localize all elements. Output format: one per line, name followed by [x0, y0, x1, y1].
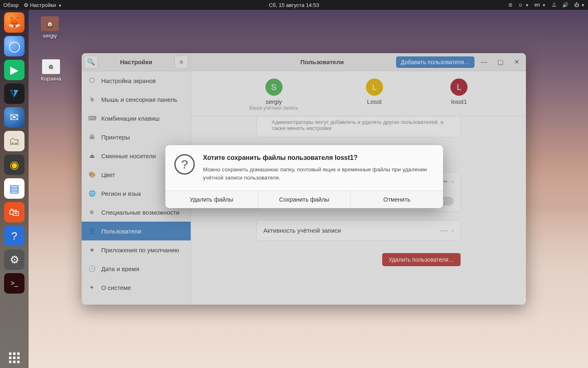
- about-icon: ✦: [88, 284, 96, 291]
- user-chip-Losst[interactable]: LLosst: [366, 79, 383, 111]
- sidebar-item-label: Цвет: [101, 171, 115, 178]
- activities-button[interactable]: Обзор: [3, 2, 19, 8]
- dialog-title: Хотите сохранить файлы пользователя loss…: [203, 154, 432, 162]
- activity-group: Активность учётной записи — ›: [256, 220, 461, 241]
- maximize-button[interactable]: ▢: [493, 56, 507, 69]
- users-icon: 👤: [88, 228, 96, 234]
- color-icon: 🎨: [88, 171, 96, 178]
- region-icon: 🌐: [88, 190, 96, 197]
- printers-icon: 🖶: [88, 134, 96, 140]
- clock[interactable]: Сб, 15 августа 14:53: [269, 2, 319, 8]
- close-icon: ✕: [514, 58, 519, 66]
- dock-files[interactable]: 🗂: [4, 131, 24, 151]
- sidebar-item-mouse[interactable]: 🖱Мышь и сенсорная панель: [82, 90, 191, 109]
- admin-note: Администраторы могут добавлять и удалять…: [256, 116, 461, 137]
- user-name-label: sergiy: [249, 98, 298, 105]
- desktop-home-folder[interactable]: 🏠 sergiy: [41, 16, 59, 39]
- delete-user-button[interactable]: Удалить пользователя…: [382, 253, 461, 266]
- sidebar-item-datetime[interactable]: 🕓Дата и время: [82, 259, 191, 278]
- sidebar-item-keyboard[interactable]: ⌨Комбинации клавиш: [82, 109, 191, 128]
- dock-settings[interactable]: ⚙: [4, 249, 24, 270]
- search-icon: 🔍: [87, 58, 95, 66]
- hamburger-button[interactable]: ≡: [174, 56, 188, 69]
- user-name-label: Losst: [366, 98, 383, 105]
- dock-firefox[interactable]: 🦊: [4, 12, 24, 33]
- admin-note-text: Администраторы могут добавлять и удалять…: [272, 119, 454, 131]
- content-header: Пользователи Добавить пользователя… — ▢ …: [191, 53, 526, 71]
- dock-vscode[interactable]: ⧩: [4, 83, 24, 104]
- activity-label: Активность учётной записи: [263, 227, 341, 234]
- lang-indicator[interactable]: en ▼: [535, 2, 546, 8]
- trash-icon: ♻: [42, 59, 60, 74]
- avatar: L: [450, 79, 468, 96]
- settings-body: Администраторы могут добавлять и удалять…: [191, 116, 526, 305]
- add-user-button[interactable]: Добавить пользователя…: [396, 56, 474, 68]
- sidebar-item-label: Пользователи: [101, 228, 141, 235]
- hamburger-icon: ≡: [179, 58, 183, 66]
- dock-help[interactable]: ?: [4, 226, 24, 246]
- keyboard-icon: ⌨: [88, 115, 96, 121]
- user-chip-losst1[interactable]: Llosst1: [450, 79, 468, 111]
- avatar: L: [366, 79, 383, 96]
- desktop-trash-label: Корзина: [41, 76, 61, 82]
- dialog-actions: Удалить файлы Сохранить файлы Отменить: [165, 191, 443, 208]
- sidebar-item-label: О системе: [101, 284, 131, 291]
- chevron-right-icon: ›: [452, 178, 454, 185]
- minimize-button[interactable]: —: [477, 56, 491, 69]
- activity-row[interactable]: Активность учётной записи — ›: [257, 220, 460, 240]
- dock-libreoffice[interactable]: ▤: [4, 178, 24, 199]
- sidebar-item-defaultapps[interactable]: ★Приложения по умолчанию: [82, 240, 191, 259]
- confirm-dialog: ? Хотите сохранить файлы пользователя lo…: [165, 145, 443, 208]
- sidebar-item-displays[interactable]: 🖵Настройка экранов: [82, 71, 191, 90]
- sidebar-item-label: Регион и язык: [101, 190, 141, 197]
- dialog-keep-files-button[interactable]: Сохранить файлы: [258, 191, 351, 208]
- maximize-icon: ▢: [497, 58, 503, 66]
- sidebar-item-printers[interactable]: 🖶Принтеры: [82, 128, 191, 146]
- sidebar-item-about[interactable]: ✦О системе: [82, 278, 191, 297]
- users-row: SsergiyВаша учётная записьLLosstLlosst1: [191, 71, 526, 116]
- dialog-message: Можно сохранить домашнюю папку, почтовый…: [203, 166, 432, 182]
- defaultapps-icon: ★: [88, 247, 96, 253]
- search-button[interactable]: 🔍: [84, 56, 98, 69]
- content-title: Пользователи: [194, 58, 394, 65]
- top-panel: Обзор ⚙ Настройки ▼ Сб, 15 августа 14:53…: [0, 0, 588, 10]
- desktop-trash[interactable]: ♻ Корзина: [41, 59, 61, 82]
- dialog-cancel-button[interactable]: Отменить: [351, 191, 443, 208]
- sidebar-item-label: Мышь и сенсорная панель: [101, 96, 177, 103]
- dock-software[interactable]: 🛍: [4, 202, 24, 222]
- dialog-delete-files-button[interactable]: Удалить файлы: [165, 191, 258, 208]
- desktop-home-label: sergiy: [41, 33, 59, 39]
- sidebar-item-users[interactable]: 👤Пользователи: [82, 222, 191, 240]
- sidebar-item-label: Настройка экранов: [101, 77, 156, 84]
- dock-thunderbird[interactable]: ✉: [4, 107, 24, 128]
- displays-icon: 🖵: [88, 77, 96, 84]
- activity-value: —: [440, 226, 448, 235]
- power-icon[interactable]: ⏻ ▼: [574, 2, 585, 8]
- status-icon[interactable]: ⊘: [508, 2, 512, 8]
- chevron-right-icon: ›: [452, 227, 454, 234]
- accessibility-icon[interactable]: ☺ ▼: [518, 2, 529, 8]
- dock: 🦊 ◯ ▶ ⧩ ✉ 🗂 ◉ ▤ 🛍 ? ⚙ >_: [0, 10, 29, 368]
- sidebar-item-label: Сменные носители: [101, 153, 156, 159]
- mouse-icon: 🖱: [88, 96, 96, 103]
- user-name-label: losst1: [450, 98, 468, 105]
- sidebar-item-label: Специальные возможности: [101, 209, 180, 216]
- dock-rhythmbox[interactable]: ◉: [4, 155, 24, 175]
- dock-show-apps[interactable]: [4, 348, 24, 368]
- sidebar-item-label: Приложения по умолчанию: [101, 247, 179, 254]
- volume-icon[interactable]: 🔊: [562, 2, 568, 8]
- app-menu[interactable]: ⚙ Настройки ▼: [24, 2, 62, 8]
- question-icon: ?: [174, 154, 195, 175]
- dock-terminal[interactable]: >_: [4, 273, 24, 294]
- network-icon[interactable]: ⏃: [552, 2, 557, 8]
- sidebar-item-label: Комбинации клавиш: [101, 115, 160, 122]
- home-folder-icon: 🏠: [41, 16, 59, 31]
- sidebar-item-label: Дата и время: [101, 265, 139, 272]
- user-chip-sergiy[interactable]: SsergiyВаша учётная запись: [249, 79, 298, 111]
- minimize-icon: —: [481, 58, 487, 66]
- sidebar-header: 🔍 Настройки ≡: [82, 53, 191, 71]
- dock-chromium[interactable]: ◯: [4, 36, 24, 56]
- dock-app-green[interactable]: ▶: [4, 60, 24, 80]
- close-button[interactable]: ✕: [510, 56, 523, 69]
- sidebar-title: Настройки: [100, 58, 172, 65]
